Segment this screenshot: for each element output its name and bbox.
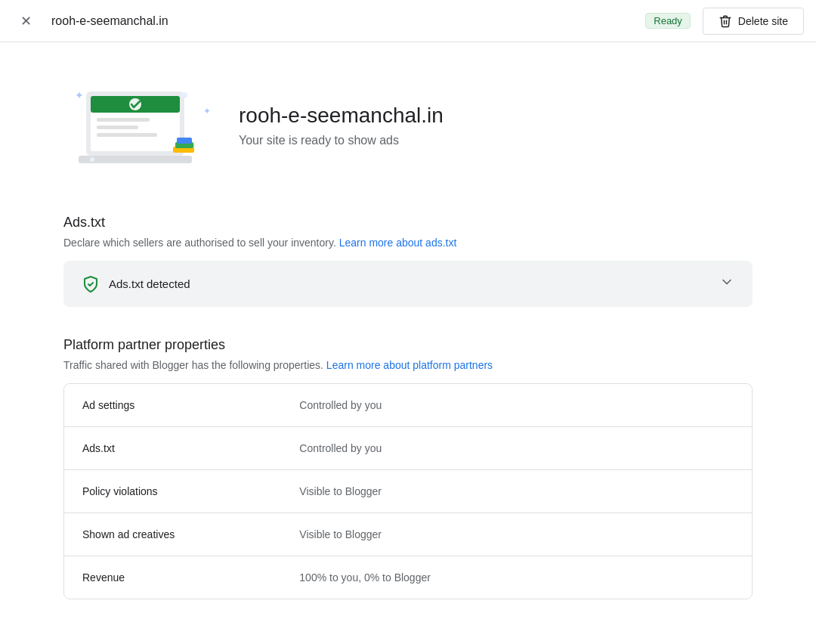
close-icon: ✕ <box>20 13 32 29</box>
site-hero: ✦ ✦ ✦ <box>63 73 753 178</box>
svg-text:✦: ✦ <box>75 89 84 101</box>
trash-icon <box>719 14 732 28</box>
adstxt-detected-label: Ads.txt detected <box>109 277 190 290</box>
partner-row-value: 100% to you, 0% to Blogger <box>299 571 734 584</box>
adstxt-learn-more-link[interactable]: Learn more about ads.txt <box>339 237 457 249</box>
chevron-down-icon <box>719 274 734 293</box>
hero-title: rooh-e-seemanchal.in <box>239 104 753 128</box>
main-content: ✦ ✦ ✦ <box>45 42 771 644</box>
svg-text:✦: ✦ <box>203 106 211 116</box>
platform-section: Platform partner properties Traffic shar… <box>63 337 753 599</box>
svg-rect-10 <box>79 156 192 163</box>
table-row: Shown ad creatives Visible to Blogger <box>64 513 752 556</box>
platform-description: Traffic shared with Blogger has the foll… <box>63 359 753 371</box>
svg-point-14 <box>181 92 187 98</box>
partner-row-value: Visible to Blogger <box>299 485 734 497</box>
partner-row-value: Controlled by you <box>299 442 734 454</box>
status-badge: Ready <box>645 13 691 29</box>
table-row: Ad settings Controlled by you <box>64 384 752 427</box>
shield-check-icon <box>82 275 100 293</box>
svg-rect-9 <box>97 133 157 137</box>
partner-row-label: Shown ad creatives <box>82 528 299 540</box>
adstxt-card-left: Ads.txt detected <box>82 275 190 293</box>
partner-row-value: Controlled by you <box>299 399 734 411</box>
table-row: Revenue 100% to you, 0% to Blogger <box>64 556 752 599</box>
close-button[interactable]: ✕ <box>12 8 39 35</box>
adstxt-description: Declare which sellers are authorised to … <box>63 237 753 249</box>
hero-illustration: ✦ ✦ ✦ <box>63 73 215 178</box>
title-bar: ✕ rooh-e-seemanchal.in Ready Delete site <box>0 0 816 42</box>
partner-row-label: Ads.txt <box>82 442 299 454</box>
partner-row-label: Policy violations <box>82 485 299 497</box>
adstxt-detected-card[interactable]: Ads.txt detected <box>63 261 753 307</box>
svg-rect-13 <box>177 138 192 144</box>
platform-title: Platform partner properties <box>63 337 753 353</box>
svg-rect-7 <box>97 118 150 122</box>
hero-subtitle: Your site is ready to show ads <box>239 134 753 147</box>
svg-rect-8 <box>97 125 138 129</box>
header-site-name: rooh-e-seemanchal.in <box>51 14 633 28</box>
adstxt-title: Ads.txt <box>63 215 753 231</box>
delete-site-button[interactable]: Delete site <box>703 8 804 35</box>
adstxt-section: Ads.txt Declare which sellers are author… <box>63 215 753 307</box>
table-row: Policy violations Visible to Blogger <box>64 470 752 513</box>
partner-row-label: Ad settings <box>82 399 299 411</box>
table-row: Ads.txt Controlled by you <box>64 427 752 470</box>
svg-point-15 <box>90 157 94 162</box>
delete-site-label: Delete site <box>738 15 788 27</box>
partner-row-value: Visible to Blogger <box>299 528 734 540</box>
platform-learn-more-link[interactable]: Learn more about platform partners <box>326 359 493 371</box>
hero-text: rooh-e-seemanchal.in Your site is ready … <box>239 104 753 147</box>
partner-row-label: Revenue <box>82 571 299 584</box>
platform-partner-table: Ad settings Controlled by you Ads.txt Co… <box>63 383 753 599</box>
site-illustration: ✦ ✦ ✦ <box>63 73 215 178</box>
